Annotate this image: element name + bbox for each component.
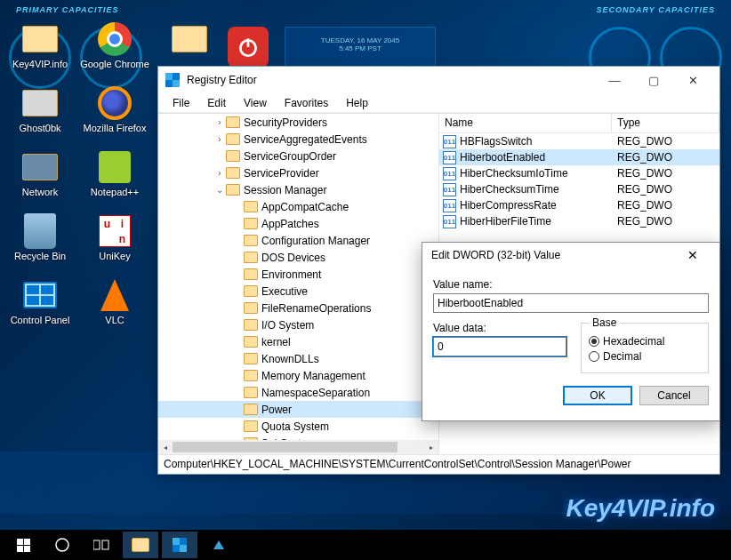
list-row[interactable]: 011HiberbootEnabledREG_DWO (439, 149, 719, 165)
menu-file[interactable]: File (164, 95, 198, 111)
list-row[interactable]: 011HiberChecksumTimeREG_DWO (439, 181, 719, 197)
menu-help[interactable]: Help (337, 95, 377, 111)
bg-clock: TUESDAY, 16 MAY 2045 5:45 PM PST (285, 28, 435, 52)
close-button[interactable]: ✕ (673, 68, 712, 92)
value-name-label: Value name: (433, 278, 709, 291)
tree-item[interactable]: ›ServiceProvider (158, 164, 438, 181)
tree-item[interactable]: FileRenameOperations (158, 300, 438, 316)
cancel-button[interactable]: Cancel (639, 386, 709, 405)
expand-icon[interactable]: › (213, 117, 226, 127)
tree-item[interactable]: KnownDLLs (158, 350, 438, 367)
tree-item-label: ServiceProvider (244, 167, 319, 180)
tree-item[interactable]: ⌄Session Manager (158, 181, 438, 198)
tree-item-label: DOS Devices (261, 252, 325, 264)
menu-edit[interactable]: Edit (198, 95, 235, 111)
menu-view[interactable]: View (235, 95, 276, 111)
folder-icon (244, 387, 258, 398)
tree-item-label: ServiceGroupOrder (244, 150, 336, 163)
list-header[interactable]: Name Type (439, 114, 719, 133)
tree-item[interactable]: Power (158, 401, 438, 418)
titlebar[interactable]: Registry Editor — ▢ ✕ (158, 67, 719, 93)
value-name-input[interactable] (433, 293, 709, 313)
list-row[interactable]: 011HiberChecksumIoTimeREG_DWO (439, 165, 719, 181)
svg-rect-4 (102, 540, 108, 549)
tree-pane[interactable]: ›SecurityProviders›ServiceAggregatedEven… (158, 114, 439, 454)
col-header-name[interactable]: Name (439, 114, 612, 132)
radio-decimal[interactable]: Decimal (589, 350, 701, 363)
expand-icon[interactable]: ⌄ (213, 185, 226, 195)
edit-dword-dialog: Edit DWORD (32-bit) Value ✕ Value name: … (422, 242, 720, 421)
value-type: REG_DWO (612, 183, 719, 196)
col-header-type[interactable]: Type (612, 114, 719, 132)
dialog-titlebar[interactable]: Edit DWORD (32-bit) Value ✕ (422, 243, 719, 268)
tree-item[interactable]: kernel (158, 333, 438, 350)
taskbar (0, 530, 731, 560)
desktop-icon-vlc[interactable]: VLC (80, 277, 149, 338)
tree-item[interactable]: NamespaceSeparation (158, 384, 438, 401)
tree-item-label: KnownDLLs (261, 353, 319, 365)
tree-item[interactable]: DOS Devices (158, 249, 438, 266)
folder-icon (244, 336, 258, 348)
taskview-button[interactable] (84, 532, 119, 558)
tree-item-label: FileRenameOperations (261, 302, 371, 315)
window-title: Registry Editor (187, 74, 257, 86)
tree-item[interactable]: Configuration Manager (158, 232, 438, 249)
list-row[interactable]: 011HiberHiberFileTimeREG_DWO (439, 213, 719, 229)
tree-item[interactable]: AppPatches (158, 215, 438, 232)
minimize-button[interactable]: — (595, 68, 634, 92)
value-name: HiberChecksumIoTime (460, 167, 568, 180)
folder-icon (244, 201, 258, 212)
taskbar-app[interactable] (201, 532, 237, 558)
tree-item[interactable]: ›SecurityProviders (158, 114, 438, 131)
menu-favorites[interactable]: Favorites (276, 95, 337, 111)
dword-icon: 011 (443, 215, 456, 228)
desktop-icon-chrome[interactable]: Google Chrome (80, 21, 149, 82)
folder-icon (226, 116, 240, 128)
expand-icon[interactable]: › (213, 134, 226, 144)
tree-item[interactable]: Environment (158, 266, 438, 283)
ok-button[interactable]: OK (563, 386, 632, 405)
desktop-icon-recyclebin[interactable]: Recycle Bin (5, 213, 75, 274)
maximize-button[interactable]: ▢ (634, 68, 673, 92)
taskbar-regedit[interactable] (162, 532, 197, 558)
list-row[interactable]: 011HiberCompressRateREG_DWO (439, 197, 719, 213)
value-type: REG_DWO (612, 199, 719, 212)
folder-icon (226, 133, 240, 145)
desktop-icon-network[interactable]: Network (5, 149, 75, 210)
cortana-button[interactable] (44, 532, 80, 558)
taskbar-explorer[interactable] (123, 532, 158, 558)
tree-item[interactable]: I/O System (158, 316, 438, 333)
dword-icon: 011 (443, 135, 456, 148)
desktop-icon-notepadpp[interactable]: Notepad++ (80, 149, 149, 210)
desktop-icon-unikey[interactable]: uinUniKey (80, 213, 149, 274)
tree-item[interactable]: ›ServiceAggregatedEvents (158, 131, 438, 148)
base-label: Base (589, 316, 620, 329)
value-data-label: Value data: (433, 322, 566, 334)
horizontal-scrollbar[interactable]: ◂▸ (158, 440, 438, 454)
tree-item[interactable]: AppCompatCache (158, 198, 438, 215)
folder-icon (244, 404, 258, 415)
start-button[interactable] (5, 532, 41, 558)
tree-item[interactable]: ServiceGroupOrder (158, 148, 438, 164)
bg-primary-label: PRIMARY CAPACITIES (16, 5, 119, 14)
radio-hexadecimal[interactable]: Hexadecimal (589, 335, 701, 348)
tree-item[interactable]: Memory Management (158, 367, 438, 384)
desktop-icon-key4vip[interactable]: Key4VIP.info (5, 21, 75, 82)
value-name: HiberCompressRate (460, 199, 557, 212)
value-data-input[interactable] (433, 337, 566, 356)
value-type: REG_DWO (612, 135, 719, 148)
dword-icon: 011 (443, 199, 456, 212)
expand-icon[interactable]: › (213, 168, 226, 178)
tree-item[interactable]: Quota System (158, 418, 438, 435)
desktop-icon-control-panel[interactable]: Control Panel (5, 277, 75, 338)
desktop-icon-ghost[interactable]: Ghost0bk (5, 85, 75, 146)
list-row[interactable]: 011HBFlagsSwitchREG_DWO (439, 133, 719, 149)
power-icon[interactable] (228, 27, 269, 68)
tree-item[interactable]: Executive (158, 283, 438, 300)
desktop-icon-firefox[interactable]: Mozilla Firefox (80, 85, 149, 146)
value-name: HiberHiberFileTime (460, 215, 551, 228)
dialog-close-button[interactable]: ✕ (675, 248, 711, 262)
tree-item-label: Quota System (261, 420, 329, 433)
value-name: HiberbootEnabled (460, 151, 545, 164)
folder-icon (226, 150, 240, 162)
